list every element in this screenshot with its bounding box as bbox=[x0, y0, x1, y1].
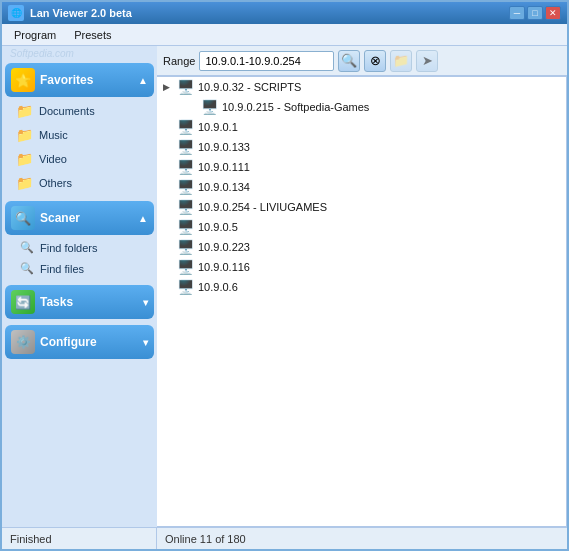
status-finished: Finished bbox=[10, 533, 52, 545]
scaner-chevron: ▲ bbox=[138, 213, 148, 224]
tree-item[interactable]: 🖥️ 10.9.0.111 bbox=[157, 157, 566, 177]
documents-label: Documents bbox=[39, 105, 95, 117]
folder-icon: 🖥️ bbox=[201, 99, 218, 115]
favorites-icon: ⭐ bbox=[11, 68, 35, 92]
app-title: Lan Viewer 2.0 beta bbox=[30, 7, 132, 19]
computer-icon: 🖥️ bbox=[177, 159, 194, 175]
tree-node-label: 10.9.0.133 bbox=[198, 141, 250, 153]
favorites-items: 📁 Documents 📁 Music 📁 Video 📁 Others bbox=[2, 99, 157, 195]
find-folders-label: Find folders bbox=[40, 242, 97, 254]
find-files-icon: 🔍 bbox=[20, 262, 34, 275]
menu-program[interactable]: Program bbox=[6, 27, 64, 43]
find-folders-icon: 🔍 bbox=[20, 241, 34, 254]
tree-node-label: 10.9.0.223 bbox=[198, 241, 250, 253]
status-bar: Finished Online 11 of 180 bbox=[2, 527, 567, 549]
find-files-item[interactable]: 🔍 Find files bbox=[2, 258, 157, 279]
tree-item[interactable]: 🖥️ 10.9.0.134 bbox=[157, 177, 566, 197]
video-label: Video bbox=[39, 153, 67, 165]
sidebar-item-video[interactable]: 📁 Video bbox=[2, 147, 157, 171]
folder-icon: 📁 bbox=[16, 103, 33, 119]
tree-item[interactable]: 🖥️ 10.9.0.116 bbox=[157, 257, 566, 277]
forward-button[interactable]: ➤ bbox=[416, 50, 438, 72]
expand-arrow: ▶ bbox=[163, 82, 173, 92]
tree-item[interactable]: 🖥️ 10.9.0.254 - LIVIUGAMES bbox=[157, 197, 566, 217]
others-label: Others bbox=[39, 177, 72, 189]
configure-icon: ⚙️ bbox=[11, 330, 35, 354]
content-area: ▶ 🖥️ 10.9.0.32 - SCRIPTS 🖥️ 10.9.0.215 -… bbox=[157, 76, 567, 527]
computer-icon: 🖥️ bbox=[177, 239, 194, 255]
tree-item[interactable]: 🖥️ 10.9.0.133 bbox=[157, 137, 566, 157]
sidebar-item-documents[interactable]: 📁 Documents bbox=[2, 99, 157, 123]
find-folders-item[interactable]: 🔍 Find folders bbox=[2, 237, 157, 258]
favorites-section-header[interactable]: ⭐ Favorites ▲ bbox=[5, 63, 154, 97]
computer-icon: 🖥️ bbox=[177, 179, 194, 195]
range-label: Range bbox=[163, 55, 195, 67]
status-left: Finished bbox=[2, 528, 157, 549]
tree-node-label: 10.9.0.134 bbox=[198, 181, 250, 193]
minimize-button[interactable]: ─ bbox=[509, 6, 525, 20]
tasks-chevron: ▾ bbox=[143, 297, 148, 308]
tree-item[interactable]: 🖥️ 10.9.0.215 - Softpedia-Games bbox=[181, 97, 566, 117]
computer-icon: 🖥️ bbox=[177, 259, 194, 275]
tree-node-label: 10.9.0.1 bbox=[198, 121, 238, 133]
folder-icon: 📁 bbox=[16, 175, 33, 191]
computer-icon: 🖥️ bbox=[177, 139, 194, 155]
tree-item[interactable]: ▶ 🖥️ 10.9.0.32 - SCRIPTS bbox=[157, 77, 566, 97]
scaner-icon: 🔍 bbox=[11, 206, 35, 230]
watermark: Softpedia.com bbox=[2, 46, 157, 61]
tree-node-label: 10.9.0.6 bbox=[198, 281, 238, 293]
toolbar: Range 🔍 ⊗ 📁 ➤ bbox=[157, 46, 567, 76]
tree-node-label: 10.9.0.5 bbox=[198, 221, 238, 233]
stop-button[interactable]: ⊗ bbox=[364, 50, 386, 72]
title-bar: 🌐 Lan Viewer 2.0 beta ─ □ ✕ bbox=[2, 2, 567, 24]
tree-item[interactable]: 🖥️ 10.9.0.223 bbox=[157, 237, 566, 257]
folder-icon: 📁 bbox=[16, 127, 33, 143]
tasks-icon: 🔄 bbox=[11, 290, 35, 314]
app-icon: 🌐 bbox=[8, 5, 24, 21]
configure-label: Configure bbox=[40, 335, 97, 349]
right-panel: Range 🔍 ⊗ 📁 ➤ ▶ 🖥️ 10.9.0.32 - SCRIPTS bbox=[157, 46, 567, 527]
tasks-section-header[interactable]: 🔄 Tasks ▾ bbox=[5, 285, 154, 319]
computer-icon: 🖥️ bbox=[177, 199, 194, 215]
scaner-section-header[interactable]: 🔍 Scaner ▲ bbox=[5, 201, 154, 235]
menu-bar: Program Presets bbox=[2, 24, 567, 46]
menu-presets[interactable]: Presets bbox=[66, 27, 119, 43]
sidebar-item-music[interactable]: 📁 Music bbox=[2, 123, 157, 147]
computer-icon: 🖥️ bbox=[177, 279, 194, 295]
tree-node-label: 10.9.0.32 - SCRIPTS bbox=[198, 81, 301, 93]
configure-chevron: ▾ bbox=[143, 337, 148, 348]
tree-item[interactable]: 🖥️ 10.9.0.5 bbox=[157, 217, 566, 237]
computer-icon: 🖥️ bbox=[177, 219, 194, 235]
tree-node-label: 10.9.0.111 bbox=[198, 161, 250, 173]
connect-button[interactable]: 📁 bbox=[390, 50, 412, 72]
range-input[interactable] bbox=[199, 51, 334, 71]
sidebar-item-others[interactable]: 📁 Others bbox=[2, 171, 157, 195]
tree-node-label: 10.9.0.254 - LIVIUGAMES bbox=[198, 201, 327, 213]
find-files-label: Find files bbox=[40, 263, 84, 275]
computer-icon: 🖥️ bbox=[177, 119, 194, 135]
scaner-items: 🔍 Find folders 🔍 Find files bbox=[2, 237, 157, 279]
search-button[interactable]: 🔍 bbox=[338, 50, 360, 72]
tree-node-label: 10.9.0.215 - Softpedia-Games bbox=[222, 101, 369, 113]
configure-section-header[interactable]: ⚙️ Configure ▾ bbox=[5, 325, 154, 359]
tree-item[interactable]: 🖥️ 10.9.0.6 bbox=[157, 277, 566, 297]
folder-icon: 🖥️ bbox=[177, 79, 194, 95]
folder-icon: 📁 bbox=[16, 151, 33, 167]
status-right: Online 11 of 180 bbox=[157, 528, 567, 549]
favorites-label: Favorites bbox=[40, 73, 93, 87]
window-controls: ─ □ ✕ bbox=[509, 6, 561, 20]
tree-node-label: 10.9.0.116 bbox=[198, 261, 250, 273]
close-button[interactable]: ✕ bbox=[545, 6, 561, 20]
sidebar: Softpedia.com ⭐ Favorites ▲ 📁 Documents bbox=[2, 46, 157, 527]
tree-child-row: 🖥️ 10.9.0.215 - Softpedia-Games bbox=[157, 97, 566, 117]
music-label: Music bbox=[39, 129, 68, 141]
tree-item[interactable]: 🖥️ 10.9.0.1 bbox=[157, 117, 566, 137]
tasks-label: Tasks bbox=[40, 295, 73, 309]
status-online: Online 11 of 180 bbox=[165, 533, 246, 545]
favorites-chevron: ▲ bbox=[138, 75, 148, 86]
left-panel: Softpedia.com ⭐ Favorites ▲ 📁 Documents bbox=[2, 46, 157, 527]
maximize-button[interactable]: □ bbox=[527, 6, 543, 20]
scaner-label: Scaner bbox=[40, 211, 80, 225]
